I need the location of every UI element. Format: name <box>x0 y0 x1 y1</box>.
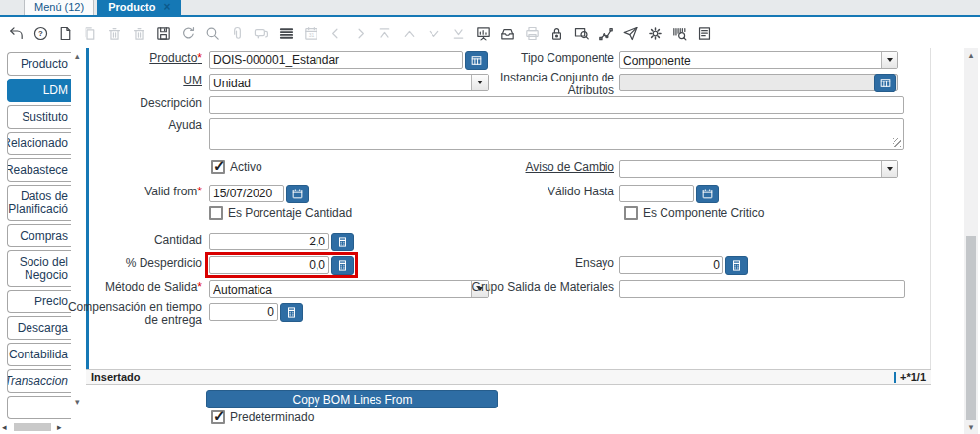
delete-selection-icon <box>131 26 147 42</box>
refresh-icon[interactable] <box>180 26 197 42</box>
first-record-icon <box>376 26 393 42</box>
prev-record-icon <box>327 26 344 42</box>
workflow-icon[interactable] <box>598 26 614 42</box>
instancia-field <box>619 74 898 91</box>
ensayo-field[interactable] <box>619 256 723 274</box>
checkbox-box[interactable]: ✓ <box>211 410 225 424</box>
es_critico-checkbox-label: Es Componente Critico <box>643 206 764 220</box>
sidebar-tab-reabastece[interactable]: Reabastece <box>7 158 71 182</box>
tab-producto-label: Producto <box>108 1 155 13</box>
delete-record-icon <box>106 26 123 42</box>
desperdicio-label: % Desperdicio <box>0 257 202 270</box>
last-record-icon <box>450 26 467 42</box>
sidebar-horizontal-scrollbar[interactable]: ◂ ▸ <box>0 421 86 434</box>
compensacion-calc-button[interactable] <box>280 303 303 322</box>
help-icon[interactable]: ? <box>32 26 49 42</box>
desperdicio-calc-button[interactable] <box>331 256 354 275</box>
valido_hasta-field[interactable] <box>619 185 694 202</box>
check-icon: ✓ <box>213 158 226 173</box>
sidebar-tab-contabilida[interactable]: Contabilida <box>7 343 71 366</box>
record-indicator: +*1/1 <box>894 371 926 383</box>
next-record-icon <box>352 26 369 42</box>
sidebar-tab-partial[interactable] <box>7 396 71 419</box>
check-icon: ✓ <box>213 408 226 423</box>
main-vertical-scrollbar[interactable]: ▴ ▾ <box>964 48 978 434</box>
notes-icon[interactable] <box>696 26 713 42</box>
tab-menu-label: Menú (12) <box>34 1 84 13</box>
scroll-right-icon[interactable]: ▸ <box>57 422 62 432</box>
sidebar-tab-relacionado[interactable]: Relacionado <box>7 132 71 155</box>
chat-icon <box>254 26 270 42</box>
ensayo-label: Ensayo <box>359 257 614 270</box>
predeterminado-checkbox[interactable]: ✓ Predeterminado <box>211 410 314 424</box>
um-label: UM <box>0 75 202 87</box>
save-icon[interactable] <box>155 26 172 42</box>
cantidad-field[interactable] <box>209 233 329 250</box>
tipo_componente-select[interactable]: Componente <box>619 51 898 69</box>
close-tab-icon[interactable]: × <box>163 2 170 12</box>
copy-record-icon <box>82 26 98 42</box>
valido_hasta-label: Válido Hasta <box>359 186 614 198</box>
sidebar-scroll-down-icon[interactable]: ▾ <box>75 398 80 407</box>
ensayo-calc-button[interactable] <box>725 256 748 275</box>
chevron-down-icon[interactable] <box>881 52 897 68</box>
descripcion-field[interactable] <box>209 96 904 114</box>
compensacion-field[interactable] <box>209 303 278 321</box>
find-icon[interactable] <box>204 26 221 42</box>
sidebar-tab-label: Relacionado <box>7 137 68 150</box>
zoom-across-icon[interactable] <box>573 26 590 42</box>
es_porcentaje-checkbox-label: Es Porcentaje Cantidad <box>228 206 352 220</box>
valido_hasta-calendar-button[interactable] <box>696 185 719 203</box>
form-panel: Producto*Tipo ComponenteComponenteUMUnid… <box>86 48 931 369</box>
valid_from-calendar-button[interactable] <box>286 185 309 203</box>
descripcion-label: Descripción <box>0 97 202 110</box>
activo-checkbox[interactable]: ✓Activo <box>211 160 262 174</box>
checkbox-box[interactable] <box>624 206 638 220</box>
aviso_cambio-select[interactable] <box>619 160 898 178</box>
ayuda-textarea[interactable] <box>209 118 904 150</box>
toolbar: ?31 <box>0 19 980 48</box>
scroll-up-icon[interactable]: ▴ <box>964 50 978 60</box>
tab-producto[interactable]: Producto × <box>97 0 181 15</box>
product-info-icon[interactable] <box>671 26 688 42</box>
es_critico-checkbox[interactable]: Es Componente Critico <box>624 206 764 220</box>
desperdicio-field[interactable] <box>209 256 329 274</box>
valid_from-field[interactable] <box>209 185 284 202</box>
sidebar-hscroll-thumb[interactable] <box>14 423 51 431</box>
scroll-down-icon[interactable]: ▾ <box>964 422 978 432</box>
new-record-icon[interactable] <box>57 26 74 42</box>
checkbox-box[interactable]: ✓ <box>211 160 225 174</box>
main-vscroll-thumb[interactable] <box>966 236 976 420</box>
grid-toggle-icon[interactable] <box>278 26 295 42</box>
tab-menu[interactable]: Menú (12) <box>24 0 94 15</box>
archive-icon[interactable] <box>499 26 516 42</box>
attachment-icon <box>229 26 246 42</box>
status-bar: Insertado +*1/1 <box>86 369 931 385</box>
sidebar-tab-label: Reabastece <box>7 164 68 177</box>
status-text: Insertado <box>91 371 141 383</box>
undo-icon[interactable] <box>8 26 25 42</box>
report-icon[interactable] <box>475 26 491 42</box>
resize-handle-icon[interactable] <box>893 138 901 147</box>
record-indicator-bar <box>894 372 896 383</box>
preferences-icon[interactable] <box>647 26 663 42</box>
copy-bom-lines-button[interactable]: Copy BOM Lines From <box>206 390 498 408</box>
copy-bom-lines-label: Copy BOM Lines From <box>292 393 412 407</box>
instancia-search-button[interactable] <box>874 74 896 92</box>
checkbox-box[interactable] <box>209 206 223 220</box>
chevron-down-icon[interactable] <box>881 161 897 177</box>
sidebar-tab-transaccion[interactable]: Transaccion <box>7 369 71 393</box>
es_porcentaje-checkbox[interactable]: Es Porcentaje Cantidad <box>209 206 352 220</box>
sidebar-tab-label: Negocio <box>25 269 68 282</box>
aviso_cambio-label: Aviso de Cambio <box>359 161 614 174</box>
lock-icon[interactable] <box>548 26 565 42</box>
sidebar-tab-label: Planificació <box>8 203 68 216</box>
cantidad-label: Cantidad <box>0 234 202 246</box>
record-indicator-text: +*1/1 <box>900 371 926 383</box>
ayuda-label: Ayuda <box>0 119 202 132</box>
grupo_salida-field[interactable] <box>619 280 905 298</box>
send-request-icon[interactable] <box>622 26 639 42</box>
cantidad-calc-button[interactable] <box>331 233 354 251</box>
scroll-left-icon[interactable]: ◂ <box>2 422 7 432</box>
detail-record-icon <box>426 26 442 42</box>
